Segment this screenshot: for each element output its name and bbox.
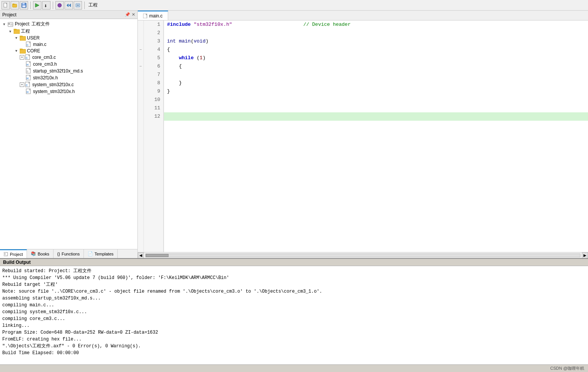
svg-marker-9 [67,4,68,7]
fold-1 [138,20,143,29]
tree-item-root[interactable]: ▼ Project: 工程文件 [0,20,137,28]
code-line-1[interactable]: #include "stm32f10x.h" // Device header [164,20,588,29]
code-line-4[interactable]: { [164,46,588,54]
code-line-12[interactable] [164,112,588,121]
build-line-9: linking... [2,322,586,329]
build-line-13: Build Time Elapsed: 00:00:00 [2,350,586,356]
build-line-12: ".\Objects\工程文件.axf" - 0 Error(s), 0 War… [2,343,586,350]
svg-rect-19 [20,36,26,41]
expand-gongcheng-icon: ▼ [8,29,13,34]
project-panel-title: Project [2,12,16,17]
svg-rect-23 [20,49,26,54]
editor-tab-main-c[interactable]: main.c [138,11,168,20]
tree-item-stm32f10x-h[interactable]: ▶ H stm32f10x.h [0,74,137,81]
code-editor: − − 1 2 3 4 5 6 7 [138,20,588,252]
debug2-button[interactable] [65,1,73,9]
debug3-button[interactable] [74,1,82,9]
svg-text:H: H [27,63,28,66]
load-button[interactable]: ⬇ [42,1,50,9]
scroll-right-arrow[interactable]: ▶ [582,252,588,259]
ln-1: 1 [144,20,163,29]
svg-text:H: H [27,91,28,93]
tree-item-system-c[interactable]: + C system_stm32f10x.c [0,81,137,88]
tree-label-main-c: main.c [33,42,46,47]
code-line-11[interactable] [164,104,588,112]
toolbar-build-group: ⬇ [33,1,50,9]
tree-label-system-h: system_stm32f10x.h [33,89,75,94]
svg-point-38 [5,253,6,254]
open-button[interactable] [11,1,19,9]
build-line-10: Program Size: Code=648 RO-data=252 RW-da… [2,329,586,336]
expand-system-c-icon[interactable]: + [20,82,24,87]
tab-templates[interactable]: 📄 Templates [84,249,118,258]
expand-core-cm3-icon[interactable]: + [20,55,24,60]
code-line-10[interactable] [164,96,588,104]
code-line-6[interactable]: { [164,62,588,71]
svg-point-14 [8,23,10,25]
project-panel: Project 📌 ✕ ▼ Project: 工程文件 ▼ 工程 ▼ [0,11,138,258]
toolbar-file-group [2,1,28,9]
tree-item-core[interactable]: ▼ CORE [0,48,137,54]
svg-rect-37 [4,252,8,256]
code-line-2[interactable] [164,29,588,37]
separator-2 [53,2,53,9]
fold-4[interactable]: − [138,46,143,54]
save-button[interactable] [20,1,28,9]
toolbar: ⬇ 工程 [0,0,588,11]
build-line-8: compiling core_cm3.c... [2,315,586,322]
tree-item-core-cm3-h[interactable]: ▶ H core_cm3.h [0,61,137,68]
tree-item-startup[interactable]: ▶ S startup_stm32f10x_md.s [0,68,137,74]
project-tree: ▼ Project: 工程文件 ▼ 工程 ▼ USER ▶ C main.c [0,19,137,249]
code-line-9[interactable]: } [164,87,588,96]
new-button[interactable] [2,1,10,9]
build-line-2: *** Using Compiler 'V5.06 update 7 (buil… [2,274,586,281]
ln-8: 8 [144,79,163,87]
fold-6[interactable]: − [138,62,143,71]
fold-11 [138,104,143,112]
tree-label-core-cm3-c: core_cm3.c [32,55,56,60]
fold-10 [138,96,143,104]
tree-label-stm32f10x-h: stm32f10x.h [33,75,58,80]
project-panel-header: Project 📌 ✕ [0,11,137,19]
pin-icon[interactable]: 📌 [125,12,130,17]
svg-text:H: H [27,77,28,80]
tab-books[interactable]: 📚 Books [27,249,54,258]
tree-item-user[interactable]: ▼ USER [0,35,137,41]
scrollbar-track[interactable] [145,254,580,257]
tree-label-system-c: system_stm32f10x.c [32,82,74,87]
scrollbar-thumb[interactable] [146,254,169,257]
fold-3 [138,37,143,46]
build-line-7: compiling system_stm32f10x.c... [2,309,586,315]
tab-functions[interactable]: {} Functions [54,249,84,258]
code-content[interactable]: #include "stm32f10x.h" // Device header … [164,20,588,252]
tree-item-system-h[interactable]: ▶ H system_stm32f10x.h [0,88,137,95]
code-line-3[interactable]: int main(void) [164,37,588,46]
build-button[interactable] [33,1,41,9]
svg-marker-6 [35,3,39,7]
ln-5: 5 [144,54,163,62]
toolbar-debug-group [55,1,82,9]
editor-scrollbar: ◀ ▶ [138,252,588,258]
fold-7 [138,71,143,79]
code-line-5[interactable]: while (1) [164,54,588,62]
scroll-left-arrow[interactable]: ◀ [138,252,144,259]
svg-text:C: C [27,44,28,46]
tree-item-gongcheng[interactable]: ▼ 工程 [0,28,137,35]
svg-rect-18 [14,29,16,30]
build-output-content[interactable]: Rebuild started: Project: 工程文件 *** Using… [0,266,588,364]
code-line-8[interactable]: } [164,79,588,87]
code-line-7[interactable] [164,71,588,79]
tree-label-core: CORE [27,48,40,54]
tree-label-gongcheng: 工程 [21,28,30,35]
debug1-button[interactable] [55,1,64,9]
svg-point-8 [58,3,61,7]
status-text: CSDN @咖喱年糕 [550,366,584,371]
tab-project[interactable]: Project [0,249,27,258]
close-icon[interactable]: ✕ [132,12,135,17]
editor-tabs: main.c [138,11,588,20]
build-line-1: Rebuild started: Project: 工程文件 [2,268,586,274]
ln-11: 11 [144,104,163,112]
tree-item-main-c[interactable]: ▶ C main.c [0,41,137,48]
tree-item-core-cm3-c[interactable]: + C core_cm3.c [0,54,137,61]
fold-area: − − [138,20,144,252]
